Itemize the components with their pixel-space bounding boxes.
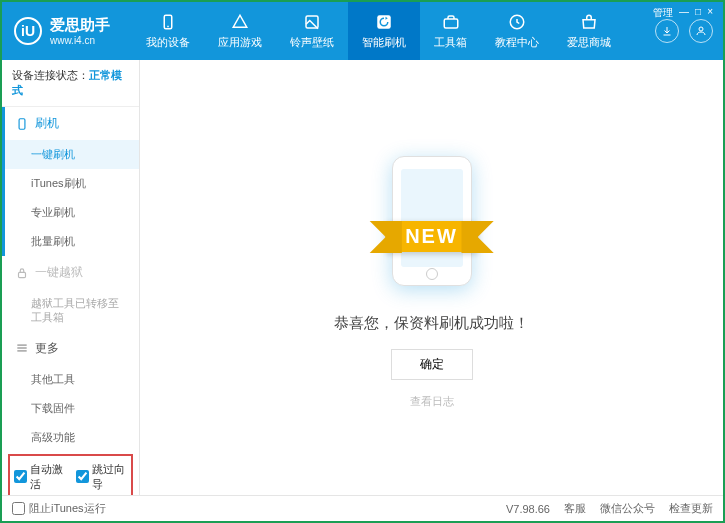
manage-button[interactable]: 管理	[653, 6, 673, 20]
confirm-button[interactable]: 确定	[391, 349, 473, 380]
svg-rect-7	[19, 118, 25, 129]
svg-rect-8	[19, 272, 26, 277]
user-icon	[695, 25, 707, 37]
download-button[interactable]	[655, 19, 679, 43]
checkbox-skip-guide[interactable]: 跳过向导	[76, 462, 128, 492]
app-subtitle: www.i4.cn	[50, 35, 110, 46]
nav-toolbox[interactable]: 工具箱	[420, 2, 481, 60]
svg-point-6	[699, 27, 703, 31]
store-icon	[580, 13, 598, 31]
success-message: 恭喜您，保资料刷机成功啦！	[334, 314, 529, 333]
footer-update[interactable]: 检查更新	[669, 501, 713, 516]
nav-tutorials[interactable]: 教程中心	[481, 2, 553, 60]
footer-service[interactable]: 客服	[564, 501, 586, 516]
flash-options-highlight: 自动激活 跳过向导	[8, 454, 133, 495]
wallpaper-icon	[303, 13, 321, 31]
main-content: NEW 恭喜您，保资料刷机成功啦！ 确定 查看日志	[140, 60, 723, 495]
maximize-button[interactable]: □	[695, 6, 701, 20]
logo-area: iU 爱思助手 www.i4.cn	[2, 2, 132, 60]
window-controls: 管理 — □ ×	[653, 6, 713, 20]
success-illustration: NEW	[342, 146, 522, 296]
version-label: V7.98.66	[506, 503, 550, 515]
app-title: 爱思助手	[50, 16, 110, 35]
app-logo-icon: iU	[14, 17, 42, 45]
section-jailbreak: 一键越狱 越狱工具已转移至工具箱	[2, 256, 139, 332]
book-icon	[508, 13, 526, 31]
nav-apps-games[interactable]: 应用游戏	[204, 2, 276, 60]
nav-ringtones[interactable]: 铃声壁纸	[276, 2, 348, 60]
nav-store[interactable]: 爱思商城	[553, 2, 625, 60]
app-header: 管理 — □ × iU 爱思助手 www.i4.cn 我的设备 应用游戏 铃声壁	[2, 2, 723, 60]
sidebar-item-batch-flash[interactable]: 批量刷机	[5, 227, 139, 256]
refresh-icon	[375, 13, 393, 31]
phone-icon	[159, 13, 177, 31]
sidebar-item-other-tools[interactable]: 其他工具	[5, 365, 139, 394]
section-flash-head[interactable]: 刷机	[5, 107, 139, 140]
section-flash: 刷机 一键刷机 iTunes刷机 专业刷机 批量刷机	[2, 107, 139, 256]
sidebar-item-oneclick-flash[interactable]: 一键刷机	[5, 140, 139, 169]
download-icon	[661, 25, 673, 37]
svg-rect-4	[444, 19, 458, 28]
section-more-head[interactable]: 更多	[5, 332, 139, 365]
nav-my-device[interactable]: 我的设备	[132, 2, 204, 60]
jailbreak-note: 越狱工具已转移至工具箱	[5, 289, 139, 332]
connection-status: 设备连接状态：正常模式	[2, 60, 139, 107]
sidebar-item-advanced[interactable]: 高级功能	[5, 423, 139, 452]
sidebar-item-pro-flash[interactable]: 专业刷机	[5, 198, 139, 227]
section-more: 更多 其他工具 下载固件 高级功能	[2, 332, 139, 452]
phone-icon	[15, 117, 29, 131]
main-nav: 我的设备 应用游戏 铃声壁纸 智能刷机 工具箱 教程中心	[132, 2, 645, 60]
svg-rect-3	[377, 15, 391, 29]
minimize-button[interactable]: —	[679, 6, 689, 20]
apps-icon	[231, 13, 249, 31]
close-button[interactable]: ×	[707, 6, 713, 20]
sidebar-item-download-firmware[interactable]: 下载固件	[5, 394, 139, 423]
section-jailbreak-head[interactable]: 一键越狱	[5, 256, 139, 289]
toolbox-icon	[442, 13, 460, 31]
checkbox-block-itunes[interactable]: 阻止iTunes运行	[12, 501, 106, 516]
menu-icon	[15, 341, 29, 355]
sidebar: 设备连接状态：正常模式 刷机 一键刷机 iTunes刷机 专业刷机 批量刷机 一…	[2, 60, 140, 495]
user-button[interactable]	[689, 19, 713, 43]
new-ribbon: NEW	[385, 221, 478, 252]
footer: 阻止iTunes运行 V7.98.66 客服 微信公众号 检查更新	[2, 495, 723, 521]
checkbox-auto-activate[interactable]: 自动激活	[14, 462, 66, 492]
view-log-link[interactable]: 查看日志	[410, 394, 454, 409]
lock-icon	[15, 266, 29, 280]
sidebar-item-itunes-flash[interactable]: iTunes刷机	[5, 169, 139, 198]
nav-smart-flash[interactable]: 智能刷机	[348, 2, 420, 60]
footer-wechat[interactable]: 微信公众号	[600, 501, 655, 516]
